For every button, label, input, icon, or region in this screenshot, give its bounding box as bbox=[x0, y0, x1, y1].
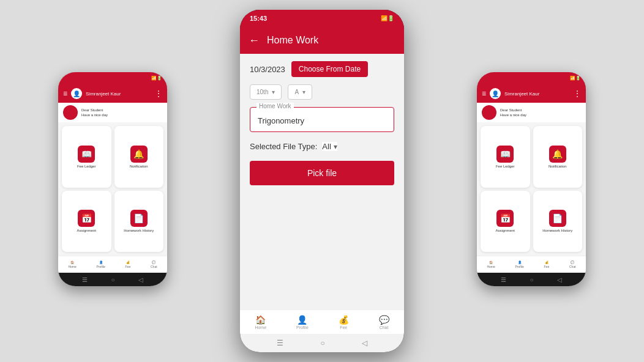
right-homework-history-icon: 📄 bbox=[549, 210, 566, 227]
left-sub: Have a nice day bbox=[81, 113, 108, 117]
class-value: 10th bbox=[256, 89, 268, 95]
main-content: 10/3/2023 Choose From Date 10th ▾ A ▾ Ho… bbox=[240, 54, 404, 309]
back-button[interactable]: ← bbox=[249, 34, 260, 47]
menu-icon[interactable]: ≡ bbox=[63, 89, 67, 98]
bottom-nav-fee[interactable]: 💰 Fee bbox=[339, 315, 349, 330]
right-nav-profile[interactable]: 👤 Profile bbox=[515, 260, 524, 268]
assignment-label: Assignment bbox=[77, 229, 96, 232]
left-phone-mockup: 📶🔋 ≡ 👤 Simranjeet Kaur ⋮ Dear Student Ha… bbox=[58, 72, 167, 286]
page-container: 📶🔋 ≡ 👤 Simranjeet Kaur ⋮ Dear Student Ha… bbox=[0, 0, 644, 362]
main-bottom-nav: 🏠 Home 👤 Profile 💰 Fee 💬 Chat bbox=[240, 309, 404, 334]
right-status-icons: 📶🔋 bbox=[570, 76, 581, 81]
file-type-select[interactable]: All ▾ bbox=[322, 142, 337, 151]
left-avatar: 👤 bbox=[71, 88, 82, 99]
right-avatar-med bbox=[482, 105, 496, 120]
right-fee-ledger-icon: 📖 bbox=[496, 146, 514, 163]
assignment-icon: 📅 bbox=[78, 210, 95, 227]
main-app-bar: ← Home Work bbox=[240, 27, 404, 54]
section-dropdown[interactable]: A ▾ bbox=[288, 84, 312, 100]
gesture-back-icon: ◁ bbox=[362, 339, 367, 347]
homework-field: Home Work Trigonometry bbox=[250, 107, 394, 132]
right-notification-label: Notification bbox=[549, 164, 567, 168]
left-user-name: Simranjeet Kaur bbox=[86, 91, 151, 97]
left-phone-screen: 📶🔋 ≡ 👤 Simranjeet Kaur ⋮ Dear Student Ha… bbox=[58, 72, 167, 286]
right-homework-history-label: Homework History bbox=[542, 229, 572, 232]
pick-file-button[interactable]: Pick file bbox=[250, 161, 394, 185]
main-gesture-bar: ☰ ○ ◁ bbox=[240, 334, 404, 352]
left-nav-chat[interactable]: 💬 Chat bbox=[151, 260, 157, 268]
list-item[interactable]: 📖 Fee Ledger bbox=[481, 126, 530, 188]
main-status-bar: 15:43 📶🔋 bbox=[240, 10, 404, 27]
left-bottom-nav: 🏠 Home 👤 Profile 💰 Fee 💬 Chat bbox=[58, 256, 167, 273]
right-greeting: Dear Student bbox=[500, 108, 526, 113]
file-type-label: Selected File Type: bbox=[250, 142, 317, 151]
right-menu-icon[interactable]: ≡ bbox=[482, 89, 486, 98]
left-grid: 📖 Fee Ledger 🔔 Notification 📅 Assignment… bbox=[58, 122, 167, 256]
list-item[interactable]: 📅 Assignment bbox=[481, 191, 530, 253]
date-row: 10/3/2023 Choose From Date bbox=[240, 54, 404, 84]
right-avatar: 👤 bbox=[490, 88, 501, 99]
right-gesture-bar: ☰ ○ ◁ bbox=[477, 273, 586, 286]
right-nav-chat[interactable]: 💬 Chat bbox=[569, 260, 576, 268]
list-item[interactable]: 📖 Fee Ledger bbox=[62, 126, 111, 188]
left-nav-home[interactable]: 🏠 Home bbox=[68, 260, 76, 268]
class-chevron: ▾ bbox=[272, 89, 275, 95]
left-greeting: Dear Student bbox=[81, 108, 108, 113]
section-value: A bbox=[294, 89, 299, 95]
fee-ledger-label: Fee Ledger bbox=[77, 164, 96, 168]
file-type-chevron: ▾ bbox=[334, 142, 337, 151]
homework-value: Trigonometry bbox=[258, 116, 386, 125]
section-chevron: ▾ bbox=[302, 89, 305, 95]
right-more-icon[interactable]: ⋮ bbox=[574, 89, 581, 98]
left-nav-profile[interactable]: 👤 Profile bbox=[97, 260, 105, 268]
gesture-menu-icon: ☰ bbox=[277, 339, 283, 347]
choose-date-button[interactable]: Choose From Date bbox=[291, 61, 368, 77]
class-dropdown[interactable]: 10th ▾ bbox=[250, 84, 282, 100]
notification-label: Notification bbox=[130, 164, 148, 168]
right-status-bar: 📶🔋 bbox=[477, 72, 586, 84]
right-phone-screen: 📶🔋 ≡ 👤 Simranjeet Kaur ⋮ Dear Student Ha… bbox=[477, 72, 586, 286]
main-phone: 15:43 📶🔋 ← Home Work 10/3/2023 Choose Fr… bbox=[240, 10, 404, 352]
homework-history-label: Homework History bbox=[124, 229, 154, 232]
right-assignment-label: Assignment bbox=[496, 229, 515, 232]
fee-ledger-icon: 📖 bbox=[78, 146, 95, 163]
homework-history-icon: 📄 bbox=[130, 210, 148, 227]
right-nav-home[interactable]: 🏠 Home bbox=[487, 260, 495, 268]
right-phone-mockup: 📶🔋 ≡ 👤 Simranjeet Kaur ⋮ Dear Student Ha… bbox=[477, 72, 586, 286]
right-grid: 📖 Fee Ledger 🔔 Notification 📅 Assignment… bbox=[477, 122, 586, 256]
left-welcome-bar: Dear Student Have a nice day bbox=[58, 103, 167, 122]
right-bottom-nav: 🏠 Home 👤 Profile 💰 Fee 💬 Chat bbox=[477, 256, 586, 273]
left-avatar-med bbox=[63, 105, 78, 120]
right-user-name: Simranjeet Kaur bbox=[504, 91, 570, 97]
left-more-icon[interactable]: ⋮ bbox=[155, 89, 162, 98]
main-status-icons: 📶🔋 bbox=[381, 15, 394, 21]
right-assignment-icon: 📅 bbox=[496, 210, 514, 227]
right-sub: Have a nice day bbox=[500, 113, 526, 117]
list-item[interactable]: 🔔 Notification bbox=[114, 126, 164, 188]
date-display: 10/3/2023 bbox=[250, 65, 285, 74]
left-gesture-bar: ☰ ○ ◁ bbox=[58, 273, 167, 286]
main-time: 15:43 bbox=[250, 15, 267, 22]
app-title: Home Work bbox=[267, 35, 318, 46]
gesture-home-icon: ○ bbox=[320, 339, 324, 347]
list-item[interactable]: 🔔 Notification bbox=[533, 126, 583, 188]
list-item[interactable]: 📄 Homework History bbox=[533, 191, 583, 253]
right-nav-fee[interactable]: 💰 Fee bbox=[544, 260, 550, 268]
bottom-nav-chat[interactable]: 💬 Chat bbox=[379, 315, 389, 330]
file-type-value: All bbox=[322, 142, 331, 151]
right-app-bar: ≡ 👤 Simranjeet Kaur ⋮ bbox=[477, 84, 586, 103]
list-item[interactable]: 📅 Assignment bbox=[62, 191, 111, 253]
bottom-nav-profile[interactable]: 👤 Profile bbox=[296, 315, 309, 330]
file-type-row: Selected File Type: All ▾ bbox=[240, 142, 404, 161]
right-notification-icon: 🔔 bbox=[549, 146, 566, 163]
left-app-bar: ≡ 👤 Simranjeet Kaur ⋮ bbox=[58, 84, 167, 103]
right-welcome-bar: Dear Student Have a nice day bbox=[477, 103, 586, 122]
bottom-nav-home[interactable]: 🏠 Home bbox=[255, 315, 266, 330]
right-fee-ledger-label: Fee Ledger bbox=[496, 164, 515, 168]
left-status-icons: 📶🔋 bbox=[151, 76, 162, 81]
list-item[interactable]: 📄 Homework History bbox=[114, 191, 164, 253]
homework-field-label: Home Work bbox=[256, 103, 294, 109]
notification-icon: 🔔 bbox=[130, 146, 148, 163]
left-nav-fee[interactable]: 💰 Fee bbox=[125, 260, 131, 268]
left-status-bar: 📶🔋 bbox=[58, 72, 167, 84]
